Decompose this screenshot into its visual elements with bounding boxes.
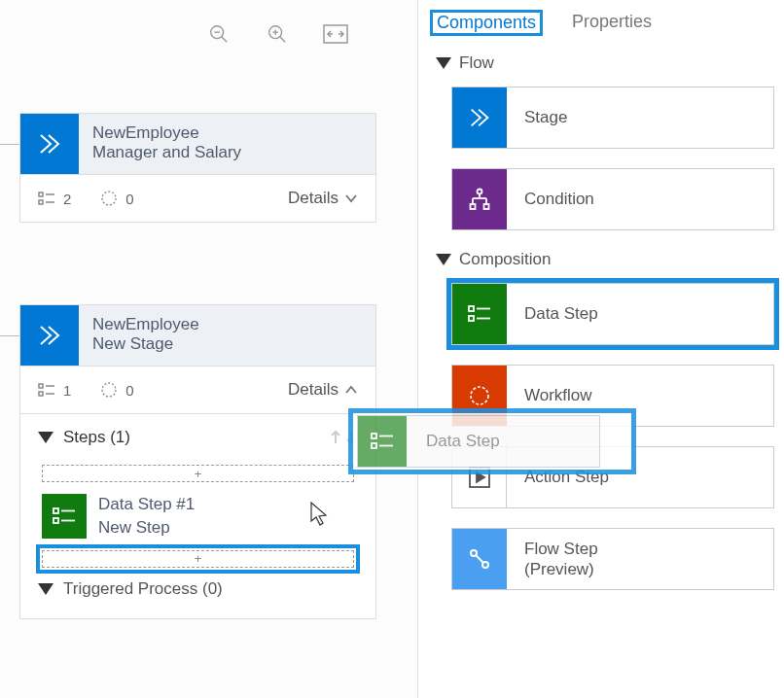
steps-header-label: Steps (1): [38, 428, 130, 447]
details-toggle[interactable]: Details: [288, 380, 358, 400]
svg-line-4: [280, 37, 286, 43]
stage-name-label: Manager and Salary: [92, 143, 241, 162]
condition-branch-icon: [452, 169, 507, 229]
fit-to-screen-button[interactable]: [321, 19, 350, 49]
collapse-triangle-icon: [436, 254, 451, 265]
svg-rect-28: [372, 443, 376, 448]
zoom-in-button[interactable]: [263, 19, 292, 49]
triggered-process-row[interactable]: Triggered Process (0): [38, 579, 358, 599]
component-label: Stage: [507, 107, 585, 127]
connector-line: [0, 144, 19, 145]
svg-point-42: [471, 387, 488, 404]
workflow-count: 0: [100, 190, 133, 207]
details-toggle[interactable]: Details: [288, 189, 358, 208]
mouse-cursor-icon: [310, 502, 330, 527]
workflow-count: 0: [100, 381, 133, 399]
svg-line-1: [222, 37, 228, 43]
stage-chevron-icon: [20, 305, 79, 366]
component-condition[interactable]: Condition: [451, 168, 774, 230]
stage-entity-label: NewEmployee: [92, 123, 241, 143]
svg-point-31: [478, 190, 482, 194]
stage-stats-row: 2 0 Details: [20, 175, 375, 222]
section-composition[interactable]: Composition: [436, 250, 774, 269]
collapse-triangle-icon: [436, 57, 451, 69]
stage-header: NewEmployee New Stage: [20, 305, 375, 366]
step-item-data-step-1[interactable]: Data Step #1 New Step: [42, 487, 354, 545]
stage-chevron-icon: [20, 114, 79, 174]
component-stage[interactable]: Stage: [451, 87, 774, 149]
stage-header: NewEmployee Manager and Salary: [20, 114, 375, 175]
drop-zone-after[interactable]: +: [42, 550, 354, 568]
svg-rect-24: [53, 518, 58, 523]
step-title: Data Step #1: [98, 493, 195, 516]
panel-tabs: Components Properties: [428, 10, 774, 36]
component-label: Flow Step (Preview): [507, 539, 616, 580]
component-label: Data Step: [507, 303, 616, 324]
component-label: Condition: [507, 189, 612, 209]
collapse-triangle-icon[interactable]: [38, 432, 53, 443]
svg-rect-37: [484, 204, 489, 209]
zoom-controls: [204, 19, 350, 49]
data-step-icon: [452, 284, 507, 344]
svg-marker-30: [311, 503, 326, 525]
svg-rect-38: [469, 306, 474, 311]
svg-rect-36: [471, 204, 476, 209]
stage-chevron-icon: [452, 87, 507, 148]
bpf-canvas[interactable]: NewEmployee Manager and Salary 2 0 Detai…: [0, 0, 418, 698]
svg-rect-17: [39, 392, 43, 396]
svg-rect-40: [469, 316, 474, 321]
zoom-out-button[interactable]: [204, 19, 233, 49]
drag-ghost-label: Data Step: [407, 432, 500, 451]
data-step-drag-ghost: Data Step: [348, 408, 636, 474]
data-step-icon: [42, 494, 87, 539]
stage-stats-row: 1 0 Details: [20, 366, 375, 413]
steps-count: 2: [38, 191, 71, 207]
tab-properties[interactable]: Properties: [570, 10, 654, 36]
svg-rect-26: [372, 434, 376, 438]
svg-rect-12: [39, 200, 43, 204]
component-label: Workflow: [507, 385, 610, 405]
stage-card-manager-salary[interactable]: NewEmployee Manager and Salary 2 0 Detai…: [19, 113, 376, 223]
side-panel: Components Properties Flow Stage Conditi…: [418, 0, 784, 698]
component-flow-step[interactable]: Flow Step (Preview): [451, 528, 774, 590]
stage-name-label: New Stage: [92, 334, 199, 354]
stage-entity-label: NewEmployee: [92, 315, 199, 334]
component-data-step[interactable]: Data Step: [451, 283, 774, 345]
connector-line: [0, 335, 19, 336]
svg-rect-15: [39, 384, 43, 388]
drop-zone-before[interactable]: +: [42, 465, 354, 482]
steps-count: 1: [38, 382, 71, 399]
svg-point-19: [102, 383, 116, 397]
data-step-icon: [358, 416, 407, 467]
svg-point-14: [102, 192, 116, 205]
svg-rect-22: [53, 508, 58, 513]
flow-step-icon: [452, 529, 507, 589]
stage-card-new-stage[interactable]: NewEmployee New Stage 1 0 Details: [19, 304, 376, 619]
tab-components[interactable]: Components: [430, 10, 543, 36]
section-flow[interactable]: Flow: [436, 53, 774, 73]
collapse-triangle-icon: [38, 583, 53, 595]
svg-rect-10: [39, 192, 43, 196]
step-subtitle: New Step: [98, 516, 195, 540]
